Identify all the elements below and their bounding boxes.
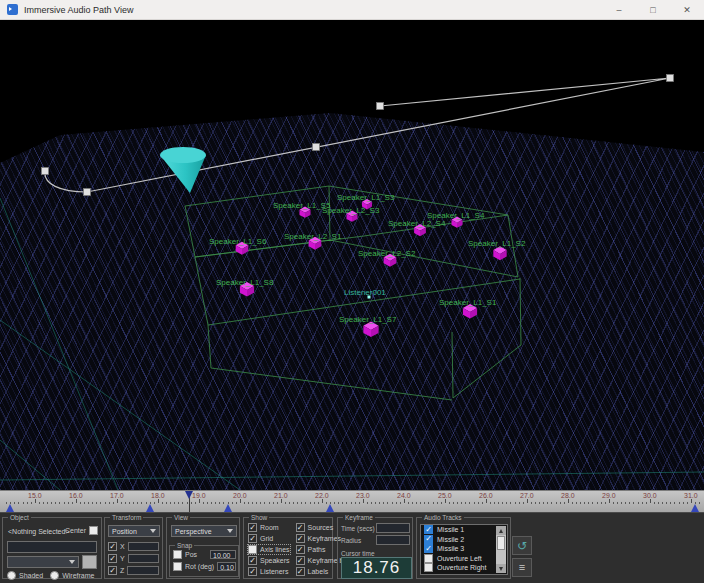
ruler-major-tick (609, 499, 610, 503)
ruler-minor-tick (84, 502, 85, 504)
ruler-minor-tick (375, 502, 376, 504)
audio-track-item[interactable]: Ouverture Left (421, 554, 507, 564)
checkbox[interactable]: ✓ (296, 545, 305, 554)
ruler-minor-tick (576, 502, 577, 504)
shaded-radio[interactable] (7, 571, 16, 580)
checkbox[interactable] (248, 545, 257, 554)
checkbox[interactable] (424, 563, 433, 572)
ruler-major-tick (35, 499, 36, 503)
maximize-button[interactable]: □ (636, 0, 670, 19)
show-option-label: Room (260, 524, 279, 531)
show-option-label: Grid (260, 535, 273, 542)
transform-mode-dropdown[interactable]: Position (108, 525, 160, 537)
speaker-label: Speaker_L2_S1 (284, 232, 342, 241)
path-waypoint[interactable] (42, 168, 49, 175)
keyframe-radius-field[interactable] (376, 535, 410, 545)
scroll-down-button[interactable] (496, 564, 506, 573)
ruler-time-label: 26.0 (479, 492, 493, 499)
audio-track-item[interactable]: ✓Missile 3 (421, 544, 507, 554)
ruler-minor-tick (408, 502, 409, 504)
checkbox[interactable]: ✓ (108, 542, 117, 551)
track-list-scrollbar[interactable] (496, 526, 506, 573)
show-option-row[interactable]: ✓Room (248, 523, 290, 532)
listener-marker[interactable] (368, 296, 371, 299)
object-color-swatch[interactable] (82, 555, 97, 569)
scroll-up-icon (499, 529, 503, 533)
title-bar[interactable]: Immersive Audio Path View –□✕ (0, 0, 704, 20)
object-name-field[interactable] (7, 541, 97, 553)
snap-value-field[interactable]: 0.10 (217, 562, 236, 571)
ruler-minor-tick (170, 502, 171, 504)
keyframe-marker[interactable] (224, 504, 232, 512)
chevron-down-icon (69, 560, 75, 564)
axis-value-field[interactable] (128, 542, 159, 551)
menu-button[interactable]: ≡ (512, 558, 532, 577)
checkbox[interactable] (173, 562, 182, 571)
playhead-cursor[interactable] (185, 491, 193, 499)
path-waypoint[interactable] (667, 75, 674, 82)
show-option-row[interactable]: Axis lines (248, 545, 290, 554)
axis-value-field[interactable] (127, 566, 159, 575)
path-waypoint[interactable] (377, 103, 384, 110)
audio-track-item[interactable]: Ouverture Right (421, 563, 507, 573)
minimize-button[interactable]: – (602, 0, 636, 19)
keyframe-time-field[interactable] (376, 523, 410, 533)
show-option-row[interactable]: ✓Grid (248, 534, 290, 543)
sound-source-cone[interactable] (160, 147, 206, 193)
close-button[interactable]: ✕ (670, 0, 704, 19)
path-waypoint[interactable] (313, 144, 320, 151)
ruler-minor-tick (461, 502, 462, 504)
projection-dropdown[interactable]: Perspective (171, 525, 237, 537)
checkbox[interactable]: ✓ (248, 523, 257, 532)
checkbox[interactable]: ✓ (424, 544, 433, 553)
scroll-up-button[interactable] (496, 526, 506, 535)
checkbox[interactable]: ✓ (424, 525, 433, 534)
show-option-label: Sources (308, 524, 334, 531)
audio-track-item[interactable]: ✓Missile 1 (421, 525, 507, 535)
checkbox[interactable]: ✓ (248, 534, 257, 543)
audio-track-item[interactable]: ✓Missile 2 (421, 535, 507, 545)
keyframe-marker[interactable] (146, 504, 154, 512)
checkbox[interactable]: ✓ (108, 554, 117, 563)
checkbox[interactable] (424, 554, 433, 563)
checkbox[interactable]: ✓ (248, 556, 257, 565)
snap-value-field[interactable]: 10.00 (210, 550, 236, 559)
axis-value-field[interactable] (128, 554, 159, 563)
show-option-row[interactable]: ✓Listeners (248, 567, 290, 576)
checkbox[interactable]: ✓ (248, 567, 257, 576)
ruler-minor-tick (55, 502, 56, 504)
keyframe-marker[interactable] (326, 504, 334, 512)
speaker-label: Speaker_L2_S3 (322, 206, 380, 215)
checkbox[interactable]: ✓ (108, 566, 117, 575)
keyframe-marker[interactable] (6, 504, 14, 512)
undo-button[interactable]: ↺ (512, 536, 532, 555)
ruler-minor-tick (162, 502, 163, 504)
wireframe-radio[interactable] (50, 571, 59, 580)
show-option-row[interactable]: ✓Speakers (248, 556, 290, 565)
timeline-ruler[interactable]: 15.016.017.018.019.020.021.022.023.024.0… (0, 490, 704, 513)
ruler-minor-tick (469, 502, 470, 504)
path-waypoint[interactable] (84, 189, 91, 196)
audio-track-list: ✓Missile 1✓Missile 2✓Missile 3Ouverture … (420, 524, 508, 575)
ruler-minor-tick (674, 502, 675, 504)
audio-path-line (45, 78, 670, 192)
ruler-minor-tick (252, 502, 253, 504)
ruler-minor-tick (203, 502, 204, 504)
checkbox[interactable]: ✓ (296, 567, 305, 576)
checkbox[interactable]: ✓ (296, 523, 305, 532)
ruler-minor-tick (428, 502, 429, 504)
checkbox[interactable] (173, 550, 182, 559)
ruler-minor-tick (211, 502, 212, 504)
ruler-minor-tick (502, 502, 503, 504)
speaker-cube[interactable] (493, 246, 506, 260)
scrollbar-thumb[interactable] (497, 536, 505, 550)
viewport-3d[interactable]: Speaker_L1_S5 Speaker_L1_S3 Speaker_L2_S… (0, 20, 704, 490)
keyframe-panel-title: Keyframe (343, 514, 375, 521)
checkbox[interactable]: ✓ (296, 534, 305, 543)
center-checkbox[interactable] (89, 526, 98, 535)
checkbox[interactable]: ✓ (296, 556, 305, 565)
checkbox[interactable]: ✓ (424, 535, 433, 544)
object-dropdown[interactable] (7, 556, 79, 568)
undo-icon: ↺ (517, 540, 527, 552)
keyframe-marker[interactable] (691, 504, 699, 512)
